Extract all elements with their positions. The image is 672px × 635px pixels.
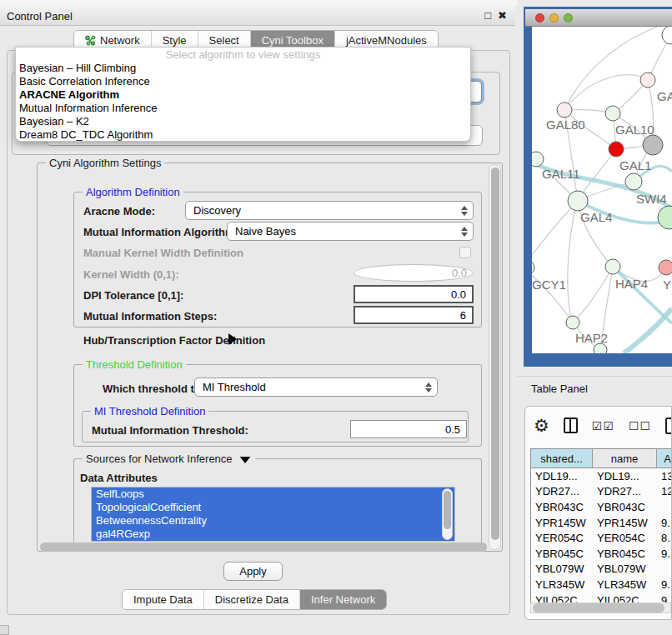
network-node[interactable]: [643, 135, 663, 155]
table-row[interactable]: YER054CYER054C8.: [531, 530, 671, 546]
settings-horizontal-scrollbar[interactable]: [40, 542, 487, 552]
zoom-traffic-light-icon[interactable]: [564, 13, 573, 22]
mi-steps-label: Mutual Information Steps:: [83, 310, 217, 322]
table-cell: YLR345W: [531, 577, 593, 592]
dpi-tolerance-label: DPI Tolerance [0,1]:: [83, 289, 183, 302]
network-canvas[interactable]: GALGAL80GAL10GAL1GAL11SWI4GAL4GCY1HAP4YH…: [532, 27, 672, 353]
table-toolbar: ⚙ ☑☑ ☐☐: [534, 417, 672, 434]
column-header[interactable]: A: [657, 449, 672, 468]
table-cell: YBR043C: [593, 499, 657, 515]
algorithm-option[interactable]: Mutual Information Inference: [16, 102, 470, 115]
mi-threshold-field[interactable]: 0.5: [350, 420, 467, 438]
table-header-row: shared...nameA: [531, 449, 671, 468]
network-node[interactable]: [532, 260, 534, 275]
mi-steps-field[interactable]: 6: [354, 306, 474, 324]
unchecked-checkboxes-icon[interactable]: ☐☐: [629, 419, 651, 432]
network-node[interactable]: [532, 152, 544, 167]
table-cell: [657, 562, 672, 578]
algorithm-option[interactable]: ARACNE Algorithm: [16, 88, 470, 102]
combo-spinner-icon: [461, 206, 468, 216]
network-edge: [564, 75, 648, 110]
minimize-traffic-light-icon[interactable]: [549, 13, 559, 22]
network-node[interactable]: [566, 316, 579, 329]
algorithm-option[interactable]: Basic Correlation Inference: [16, 75, 470, 88]
aracne-mode-combo[interactable]: Discovery: [185, 201, 474, 220]
attributes-scrollbar[interactable]: [442, 488, 453, 540]
network-node-label: GAL10: [615, 122, 654, 137]
attribute-list-item[interactable]: BetweennessCentrality: [92, 514, 454, 528]
network-icon: [85, 35, 96, 46]
float-window-icon[interactable]: □: [484, 9, 491, 22]
table-horizontal-scrollbar[interactable]: [533, 603, 664, 612]
table-cell: YDL19...: [531, 468, 593, 484]
gear-icon[interactable]: ⚙: [534, 417, 549, 434]
tab-discretize-data[interactable]: Discretize Data: [204, 590, 300, 609]
mi-type-combo[interactable]: Naive Bayes: [227, 222, 474, 241]
tab-impute-data[interactable]: Impute Data: [123, 590, 204, 609]
network-node-label: GAL1: [619, 158, 651, 172]
sources-title: Sources for Network Inference: [83, 452, 255, 465]
network-node[interactable]: [659, 260, 672, 275]
expand-arrow-icon[interactable]: [228, 333, 237, 345]
combo-spinner-icon: [58, 145, 482, 146]
network-node[interactable]: [658, 206, 672, 229]
network-node-label: SWI4: [636, 192, 667, 206]
dpi-tolerance-field[interactable]: 0.0: [354, 285, 474, 303]
table-cell: YLR345W: [593, 577, 657, 592]
aracne-mode-label: Aracne Mode:: [83, 205, 155, 218]
collapse-arrow-icon[interactable]: [240, 457, 251, 463]
table-row[interactable]: YBL079WYBL079W: [531, 562, 671, 578]
data-attributes-list[interactable]: SelfLoopsTopologicalCoefficientBetweenne…: [91, 487, 455, 542]
settings-vertical-scrollbar[interactable]: [489, 164, 501, 550]
network-node[interactable]: [609, 142, 624, 157]
column-header[interactable]: name: [593, 449, 657, 468]
tab-infer-network[interactable]: Infer Network: [300, 590, 386, 609]
attribute-list-item[interactable]: SelfLoops: [92, 488, 454, 501]
cyni-settings-title: Cyni Algorithm Settings: [46, 157, 164, 169]
network-node[interactable]: [568, 191, 588, 211]
table-row[interactable]: YLR345WYLR345W9.: [531, 577, 671, 592]
network-node[interactable]: [557, 102, 572, 118]
table-cell: YBR045C: [531, 546, 593, 562]
column-header[interactable]: shared...: [531, 449, 593, 468]
control-panel-title: Control Panel: [7, 10, 73, 22]
attribute-list-item[interactable]: gal4RGexp: [92, 528, 454, 541]
network-node[interactable]: [640, 72, 655, 88]
attribute-list-item[interactable]: TopologicalCoefficient: [92, 501, 454, 514]
kernel-width-field[interactable]: 0.0: [354, 264, 474, 282]
network-node[interactable]: [605, 106, 620, 121]
kernel-width-label: Kernel Width (0,1):: [83, 268, 179, 281]
close-traffic-light-icon[interactable]: [535, 13, 544, 22]
aracne-mode-value: Discovery: [193, 204, 241, 217]
mi-threshold-label: Mutual Information Threshold:: [92, 424, 248, 437]
manual-kernel-checkbox[interactable]: [459, 247, 471, 258]
network-node-label: GAL: [657, 89, 672, 103]
network-node[interactable]: [662, 27, 672, 44]
algorithm-option[interactable]: Bayesian – K2: [16, 115, 470, 128]
mi-threshold-group-title: MI Threshold Definition: [91, 405, 208, 418]
attribute-table: shared...nameA YDL19...YDL19...13YDR27..…: [530, 448, 671, 608]
table-row[interactable]: YDL19...YDL19...13: [531, 468, 671, 484]
table-row[interactable]: YDR27...YDR27...12: [531, 484, 671, 500]
app-screen: Control Panel □ ✖ NetworkStyleSelectCyni…: [0, 0, 672, 635]
tab-label: Impute Data: [133, 593, 193, 606]
network-node[interactable]: [605, 259, 620, 274]
algorithm-option[interactable]: Bayesian – Hill Climbing: [16, 62, 470, 75]
algorithm-dropdown-list: Bayesian – Hill ClimbingBasic Correlatio…: [16, 62, 470, 142]
close-icon[interactable]: ✖: [498, 9, 507, 22]
data-attributes-label: Data Attributes: [80, 472, 158, 484]
split-columns-icon[interactable]: [564, 418, 578, 433]
network-window-titlebar[interactable]: [525, 9, 672, 27]
table-row[interactable]: YPR145WYPR145W9.: [531, 515, 671, 531]
algorithm-option[interactable]: Dream8 DC_TDC Algorithm: [16, 128, 470, 142]
which-threshold-combo[interactable]: MI Threshold: [194, 378, 438, 397]
apply-button-label: Apply: [239, 565, 267, 578]
network-node[interactable]: [625, 173, 642, 190]
apply-button[interactable]: Apply: [223, 562, 283, 581]
checked-checkboxes-icon[interactable]: ☑☑: [592, 419, 614, 432]
table-row[interactable]: YBR043CYBR043C: [531, 499, 671, 515]
table-rows: YDL19...YDL19...13YDR27...YDR27...12YBR0…: [531, 468, 671, 608]
dpi-tolerance-value: 0.0: [451, 288, 466, 301]
table-row[interactable]: YBR045CYBR045C9.: [531, 546, 671, 562]
new-document-icon[interactable]: [665, 418, 672, 434]
